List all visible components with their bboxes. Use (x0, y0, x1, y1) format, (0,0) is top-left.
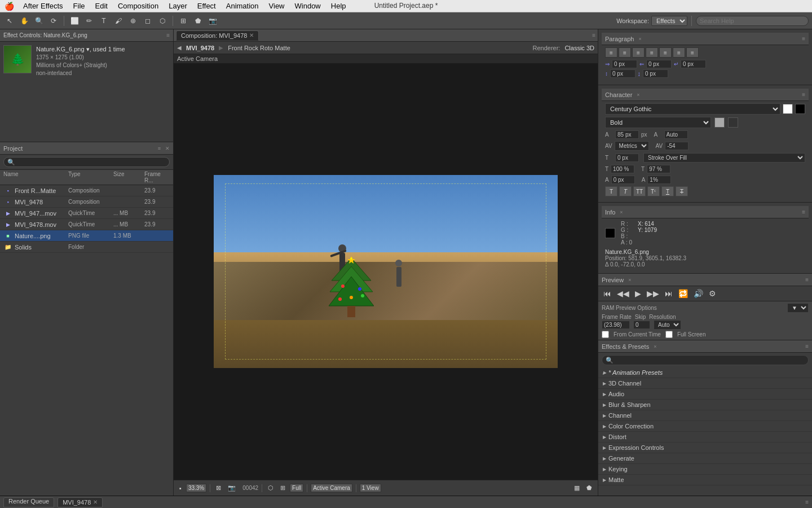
char-btn-Tc[interactable]: Tᶜ (647, 186, 660, 196)
right-indent-input[interactable] (646, 60, 672, 68)
project-item-mvi9478[interactable]: ▪ MVI_9478 Composition 23.9 (0, 196, 173, 208)
tool-puppet[interactable]: ⊞ (177, 15, 189, 27)
preview-last-btn[interactable]: ⏭ (663, 288, 674, 299)
tool-shape[interactable]: ⬟ (192, 15, 204, 27)
effects-presets-menu[interactable]: ≡ (805, 343, 809, 349)
effects-search-input[interactable] (602, 355, 809, 365)
preview-step-back-btn[interactable]: ◀◀ (615, 288, 631, 299)
preview-loop-btn[interactable]: 🔁 (677, 288, 690, 299)
align-right-btn[interactable]: ≡ (632, 47, 645, 58)
font-size-input[interactable] (615, 130, 639, 139)
menu-after-effects[interactable]: After Effects (19, 1, 68, 11)
paragraph-menu[interactable]: ≡ (802, 36, 805, 42)
left-indent-input[interactable] (612, 60, 637, 68)
comp-arrow[interactable]: ◀ (177, 45, 182, 51)
tool-pen[interactable]: ✏ (83, 15, 95, 27)
align-justify-right-btn[interactable]: ≡ (686, 47, 699, 58)
camera-select[interactable]: Active Camera (311, 484, 352, 492)
ram-preview-select[interactable]: ▼ (787, 303, 809, 313)
preview-settings-btn[interactable]: ⚙ (707, 288, 718, 299)
menu-view[interactable]: View (264, 1, 289, 11)
stroke-width-input[interactable] (615, 154, 639, 162)
comp-tab-mvi9478[interactable]: Composition: MVI_9478 ✕ (176, 30, 259, 41)
tl-tab-mvi9478[interactable]: MVI_9478 ✕ (58, 497, 103, 507)
effect-cat-blur-sharpen[interactable]: ▶ Blur & Sharpen (598, 400, 812, 410)
horizontal-scale-input[interactable] (647, 165, 670, 173)
quality-select[interactable]: Full (290, 484, 303, 492)
tool-camera[interactable]: 📷 (206, 15, 219, 27)
font-family-select[interactable]: Century Gothic (605, 103, 780, 115)
menu-help[interactable]: Help (326, 1, 351, 11)
tool-paint[interactable]: 🖌 (112, 15, 125, 27)
effect-cat-channel[interactable]: ▶ Channel (598, 410, 812, 421)
preview-first-btn[interactable]: ⏮ (602, 288, 613, 299)
effect-cat-generate[interactable]: ▶ Generate (598, 453, 812, 464)
first-line-indent-input[interactable] (681, 60, 706, 68)
vc-trans-btn[interactable]: ⬡ (266, 484, 276, 492)
project-item-front-matte[interactable]: ▪ Front R...Matte Composition 23.9 (0, 185, 173, 196)
menu-layer[interactable]: Layer (164, 1, 192, 11)
effect-cat-expression-controls[interactable]: ▶ Expression Controls (598, 443, 812, 453)
viewer-canvas[interactable] (174, 63, 598, 480)
align-left-btn[interactable]: ≡ (605, 47, 617, 58)
char-btn-T-italic[interactable]: T (619, 186, 632, 196)
menu-composition[interactable]: Composition (113, 1, 163, 11)
preview-audio-btn[interactable]: 🔊 (692, 288, 705, 299)
project-item-solids[interactable]: 📁 Solids Folder (0, 242, 173, 253)
menu-edit[interactable]: Edit (91, 1, 112, 11)
project-close-icon[interactable]: ✕ (165, 146, 170, 151)
workspace-select[interactable]: Effects (651, 16, 687, 26)
effect-cat-audio[interactable]: ▶ Audio (598, 389, 812, 400)
tool-clone[interactable]: ⊕ (127, 15, 139, 27)
vc-snap-btn[interactable]: ▦ (572, 484, 582, 492)
vertical-scale-input[interactable] (611, 165, 634, 173)
menu-animation[interactable]: Animation (222, 1, 263, 11)
effect-controls-menu[interactable]: ≡ (166, 32, 170, 38)
tl-tab-close-icon[interactable]: ✕ (93, 499, 98, 505)
menu-effect[interactable]: Effect (193, 1, 220, 11)
effect-cat-keying[interactable]: ▶ Keying (598, 464, 812, 475)
font-style-select[interactable]: Bold (605, 117, 711, 128)
char-btn-T[interactable]: T (605, 186, 617, 196)
align-center-btn[interactable]: ≡ (619, 47, 631, 58)
search-input[interactable] (696, 16, 809, 26)
space-after-input[interactable] (643, 69, 668, 78)
align-justify-left-btn[interactable]: ≡ (659, 47, 672, 58)
effect-cat-3d-channel[interactable]: ▶ 3D Channel (598, 378, 812, 389)
project-search-input[interactable] (3, 157, 170, 167)
apple-logo-icon[interactable]: 🍎 (5, 2, 14, 11)
char-btn-T-under[interactable]: T (661, 186, 674, 196)
char-color-3[interactable] (728, 117, 738, 128)
info-menu[interactable]: ≡ (802, 209, 805, 215)
tool-rotate[interactable]: ⟳ (47, 15, 60, 27)
char-btn-TT[interactable]: TT (633, 186, 646, 196)
leading-input[interactable] (664, 130, 688, 139)
char-btn-T-strike[interactable]: T (676, 186, 688, 196)
baseline-input[interactable] (611, 176, 635, 184)
effect-cat-matte[interactable]: ▶ Matte (598, 475, 812, 485)
tool-zoom[interactable]: 🔍 (33, 15, 45, 27)
align-justify-btn[interactable]: ≡ (646, 47, 658, 58)
project-item-mvi947mov[interactable]: ▶ MVI_947...mov QuickTime ... MB 23.9 (0, 208, 173, 219)
tsume-input[interactable] (647, 176, 671, 184)
vc-grid-btn[interactable]: ⊞ (278, 484, 288, 492)
char-color-2[interactable] (714, 117, 725, 128)
tool-eraser[interactable]: ◻ (142, 15, 154, 27)
project-item-nature-png[interactable]: ■ Nature....png PNG file 1.3 MB (0, 230, 173, 242)
stroke-color-swatch[interactable] (795, 104, 805, 114)
preview-play-btn[interactable]: ▶ (633, 288, 643, 299)
project-item-mvi9478mov[interactable]: ▶ MVI_9478.mov QuickTime ... MB 23.9 (0, 219, 173, 230)
from-current-checkbox[interactable] (602, 331, 609, 338)
zoom-display[interactable]: 33.3% (186, 484, 206, 492)
stroke-type-select[interactable]: Stroke Over Fill (643, 153, 805, 163)
tool-hand[interactable]: ✋ (18, 15, 30, 27)
view-count-select[interactable]: 1 View (360, 484, 381, 492)
character-menu[interactable]: ≡ (802, 91, 805, 98)
effect-cat-animation-presets[interactable]: ▶ * Animation Presets (598, 367, 812, 378)
vc-snapshot-btn[interactable]: 📷 (226, 484, 238, 492)
tool-roto[interactable]: ⬡ (156, 15, 169, 27)
tracking-type-select[interactable]: Metrics (615, 141, 649, 151)
project-menu-icon[interactable]: ≡ (158, 146, 161, 151)
tl-tab-render-queue[interactable]: Render Queue (3, 497, 54, 507)
effect-cat-distort[interactable]: ▶ Distort (598, 432, 812, 443)
